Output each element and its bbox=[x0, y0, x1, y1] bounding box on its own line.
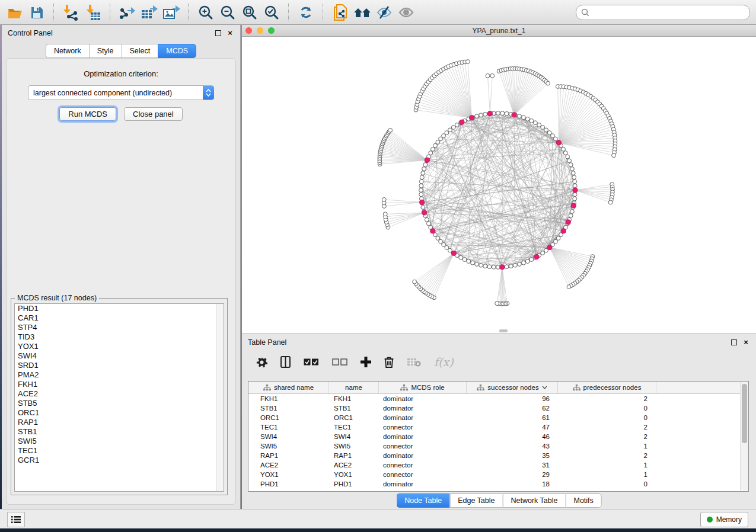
table-row[interactable]: FKH1FKH1dominator962 bbox=[248, 394, 741, 403]
cell-name[interactable]: PHD1 bbox=[328, 480, 378, 488]
mcds-list-scrollbar[interactable] bbox=[216, 304, 224, 491]
save-session-icon[interactable] bbox=[28, 4, 46, 21]
table-row[interactable]: STB1STB1dominator620 bbox=[248, 403, 741, 413]
cell-successor-nodes[interactable]: 61 bbox=[465, 414, 556, 421]
cell-successor-nodes[interactable]: 31 bbox=[465, 462, 556, 469]
mcds-hub-node[interactable] bbox=[547, 245, 552, 250]
mcds-result-item[interactable]: SRD1 bbox=[15, 361, 224, 370]
mcds-result-item[interactable]: RAP1 bbox=[15, 418, 224, 427]
table-row[interactable]: YOX1YOX1connector291 bbox=[248, 470, 741, 479]
cell-name[interactable]: ORC1 bbox=[328, 414, 378, 421]
tab-edge-table[interactable]: Edge Table bbox=[449, 493, 502, 508]
table-body[interactable]: FKH1FKH1dominator962STB1STB1dominator620… bbox=[248, 394, 741, 491]
network-graph[interactable] bbox=[242, 37, 755, 334]
mcds-hub-node[interactable] bbox=[469, 116, 474, 120]
cell-shared-name[interactable]: FKH1 bbox=[248, 395, 328, 402]
task-history-button[interactable] bbox=[7, 512, 25, 527]
cell-mcds-role[interactable]: dominator bbox=[378, 433, 465, 440]
mcds-result-item[interactable]: GCR1 bbox=[15, 456, 224, 465]
column-header-name[interactable]: name bbox=[329, 382, 379, 393]
column-header-mcds-role[interactable]: MCDS role bbox=[379, 382, 467, 393]
table-row[interactable]: SWI4SWI4dominator462 bbox=[248, 432, 741, 441]
cell-mcds-role[interactable]: dominator bbox=[378, 405, 465, 412]
table-row[interactable]: PHD1PHD1dominator180 bbox=[248, 479, 741, 489]
cell-predecessor-nodes[interactable]: 1 bbox=[556, 462, 653, 469]
zoom-out-icon[interactable] bbox=[219, 4, 237, 21]
unselect-all-icon[interactable] bbox=[332, 358, 347, 366]
cell-successor-nodes[interactable]: 35 bbox=[465, 452, 556, 459]
mcds-result-item[interactable]: YOX1 bbox=[15, 342, 224, 351]
tab-mcds[interactable]: MCDS bbox=[158, 44, 196, 58]
mcds-hub-node[interactable] bbox=[512, 113, 516, 117]
delete-column-icon[interactable] bbox=[384, 356, 394, 368]
import-table-icon[interactable] bbox=[84, 4, 102, 21]
cell-predecessor-nodes[interactable]: 0 bbox=[556, 480, 653, 488]
show-all-icon[interactable] bbox=[397, 4, 415, 21]
cell-mcds-role[interactable]: dominator bbox=[378, 414, 465, 421]
cell-shared-name[interactable]: ORC1 bbox=[248, 414, 328, 421]
cell-successor-nodes[interactable]: 46 bbox=[465, 433, 556, 440]
cell-shared-name[interactable]: YOX1 bbox=[248, 471, 328, 478]
cell-successor-nodes[interactable]: 96 bbox=[465, 395, 556, 402]
cell-mcds-role[interactable]: dominator bbox=[378, 452, 465, 459]
cell-shared-name[interactable]: STB1 bbox=[248, 405, 328, 412]
table-row[interactable]: ACE2ACE2connector311 bbox=[248, 460, 741, 470]
mcds-result-item[interactable]: FKH1 bbox=[15, 380, 224, 389]
zoom-in-icon[interactable] bbox=[197, 4, 215, 21]
mcds-result-item[interactable]: SWI5 bbox=[15, 437, 224, 446]
add-column-icon[interactable] bbox=[361, 357, 371, 367]
mcds-result-item[interactable]: PHD1 bbox=[15, 304, 224, 313]
cell-shared-name[interactable]: TEC1 bbox=[248, 424, 328, 431]
close-panel-button[interactable]: Close panel bbox=[124, 107, 183, 121]
zoom-selected-icon[interactable] bbox=[263, 4, 280, 21]
tab-network-table[interactable]: Network Table bbox=[503, 493, 566, 508]
cell-name[interactable]: ACE2 bbox=[328, 462, 378, 469]
table-row[interactable]: ORC1ORC1dominator610 bbox=[248, 413, 741, 422]
cell-name[interactable]: RAP1 bbox=[328, 452, 378, 459]
close-panel-icon[interactable]: × bbox=[226, 29, 234, 37]
mcds-hub-node[interactable] bbox=[500, 265, 505, 270]
cell-shared-name[interactable]: SWI4 bbox=[248, 433, 328, 440]
cell-predecessor-nodes[interactable]: 0 bbox=[556, 414, 653, 421]
table-row[interactable]: TEC1TEC1connector472 bbox=[248, 422, 741, 432]
cell-mcds-role[interactable]: connector bbox=[378, 471, 465, 478]
mcds-result-item[interactable]: ORC1 bbox=[15, 408, 224, 418]
mcds-hub-node[interactable] bbox=[422, 210, 427, 215]
tab-select[interactable]: Select bbox=[122, 44, 158, 58]
cell-predecessor-nodes[interactable]: 1 bbox=[556, 471, 653, 478]
close-table-panel-icon[interactable]: × bbox=[742, 338, 750, 347]
run-mcds-button[interactable]: Run MCDS bbox=[59, 107, 116, 121]
tab-motifs[interactable]: Motifs bbox=[565, 493, 601, 508]
cell-shared-name[interactable]: PHD1 bbox=[248, 480, 328, 488]
mcds-result-item[interactable]: CAR1 bbox=[15, 313, 224, 323]
cell-successor-nodes[interactable]: 47 bbox=[465, 424, 556, 431]
mcds-hub-node[interactable] bbox=[534, 254, 539, 259]
import-network-icon[interactable] bbox=[62, 4, 80, 21]
memory-button[interactable]: Memory bbox=[700, 512, 748, 527]
column-header-shared-name[interactable]: shared name bbox=[248, 382, 329, 393]
float-panel-icon[interactable] bbox=[214, 29, 222, 37]
cell-successor-nodes[interactable]: 43 bbox=[465, 443, 556, 450]
cell-shared-name[interactable]: ACE2 bbox=[248, 462, 328, 469]
zoom-fit-icon[interactable] bbox=[241, 4, 259, 21]
network-canvas[interactable] bbox=[242, 37, 756, 334]
cell-predecessor-nodes[interactable]: 0 bbox=[556, 405, 653, 412]
table-vscroll-thumb[interactable] bbox=[742, 384, 747, 443]
optimization-criterion-select[interactable]: largest connected component (undirected) bbox=[28, 85, 214, 100]
cell-predecessor-nodes[interactable]: 2 bbox=[556, 395, 653, 402]
search-box[interactable] bbox=[576, 5, 750, 20]
cell-shared-name[interactable]: SWI5 bbox=[248, 443, 328, 450]
cell-shared-name[interactable]: RAP1 bbox=[248, 452, 328, 459]
mcds-hub-node[interactable] bbox=[420, 200, 425, 204]
cell-mcds-role[interactable]: dominator bbox=[378, 480, 465, 488]
network-window-titlebar[interactable]: YPA_prune.txt_1 bbox=[242, 25, 756, 37]
cell-name[interactable]: TEC1 bbox=[328, 424, 378, 431]
hide-selected-icon[interactable] bbox=[375, 4, 393, 21]
cell-predecessor-nodes[interactable]: 1 bbox=[556, 443, 653, 450]
show-columns-icon[interactable] bbox=[280, 356, 291, 368]
cell-predecessor-nodes[interactable]: 2 bbox=[556, 452, 653, 459]
cell-successor-nodes[interactable]: 18 bbox=[465, 480, 556, 488]
table-row[interactable]: RAP1RAP1dominator352 bbox=[248, 451, 741, 460]
mcds-hub-node[interactable] bbox=[460, 120, 464, 124]
select-all-check-icon[interactable] bbox=[304, 358, 319, 366]
